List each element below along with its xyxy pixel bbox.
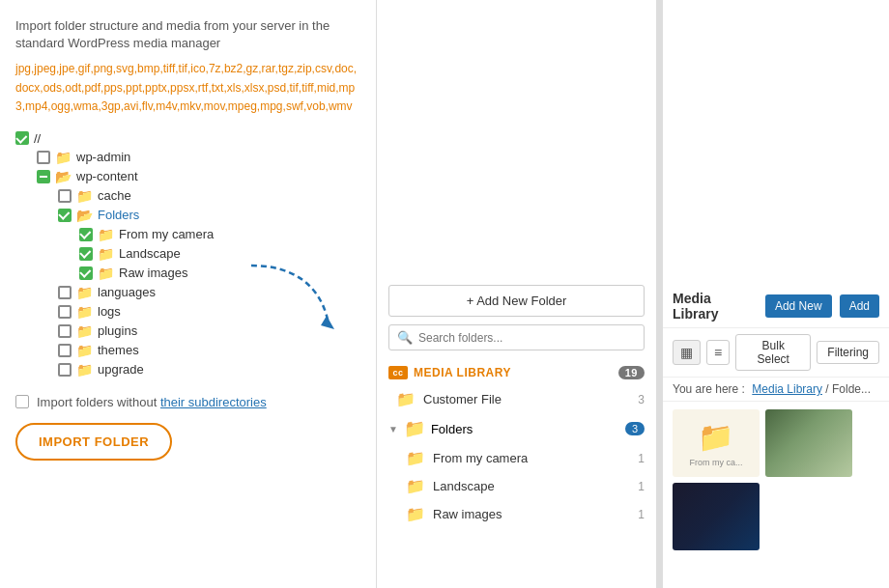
- folder-row-from-camera-mid[interactable]: 📁 From my camera 1: [387, 444, 656, 472]
- tree-item-raw-images: 📁 Raw images: [79, 264, 360, 283]
- media-library-label: MEDIA LIBRARY: [414, 366, 511, 379]
- toolbar-row: ▦ ≡ Bulk Select Filtering: [663, 328, 889, 378]
- tree-item-logs: 📁 logs: [58, 302, 360, 322]
- list-view-icon: ≡: [714, 345, 722, 360]
- folders-count-badge: 3: [625, 422, 645, 435]
- no-subdir-label: Import folders without their subdirector…: [37, 395, 267, 409]
- checkbox-folders[interactable]: [58, 209, 72, 222]
- tree-label-wp-content: wp-content: [76, 169, 138, 183]
- search-box: 🔍: [388, 324, 645, 350]
- folder-icon-cache: 📁: [76, 188, 93, 204]
- folder-icon-plugins: 📁: [76, 323, 93, 339]
- folder-icon-from-camera-mid: 📁: [406, 449, 425, 467]
- checkbox-cache[interactable]: [58, 189, 72, 203]
- list-view-button[interactable]: ≡: [706, 340, 730, 365]
- checkbox-languages[interactable]: [58, 286, 72, 299]
- tree-label-landscape: Landscape: [119, 246, 181, 261]
- right-panel: Media Library Add New Add ▦ ≡ Bulk Selec…: [663, 0, 889, 588]
- tree-item-plugins: 📁 plugins: [58, 322, 360, 341]
- folder-expand-row-folders[interactable]: ▼ 📁 Folders 3: [377, 413, 656, 444]
- tree-label-root: //: [34, 131, 41, 146]
- tree-item-from-camera: 📁 From my camera: [79, 225, 360, 244]
- middle-panel: + Add New Folder 🔍 cc MEDIA LIBRARY 19 📁…: [377, 0, 657, 588]
- no-subdir-row: Import folders without their subdirector…: [15, 395, 360, 409]
- media-library-count: 19: [618, 366, 645, 379]
- folder-thumb-label: From my ca...: [689, 458, 742, 467]
- checkbox-landscape[interactable]: [79, 247, 93, 261]
- folder-icon-languages: 📁: [76, 285, 93, 300]
- no-subdir-checkbox[interactable]: [15, 395, 29, 408]
- grid-view-button[interactable]: ▦: [673, 340, 701, 365]
- filtering-button[interactable]: Filtering: [817, 341, 879, 364]
- cc-icon: cc: [388, 366, 408, 379]
- sub-folder-rows: 📁 From my camera 1 📁 Landscape 1 📁 Raw i…: [387, 444, 656, 528]
- search-folders-input[interactable]: [418, 331, 636, 345]
- grid-view-icon: ▦: [680, 345, 693, 360]
- tree-label-themes: themes: [98, 343, 139, 357]
- breadcrumb-media-link[interactable]: Media Library: [752, 382, 822, 396]
- description-text: Import folder structure and media from y…: [15, 17, 360, 52]
- folder-icon-from-camera: 📁: [98, 227, 114, 242]
- file-types-text: jpg,jpeg,jpe,gif,png,svg,bmp,tiff,tif,ic…: [15, 60, 360, 116]
- import-folder-button[interactable]: IMPORT FOLDER: [15, 423, 172, 461]
- bottom-section: Import folders without their subdirector…: [15, 395, 360, 461]
- breadcrumb: You are here : Media Library / Folde...: [663, 378, 889, 402]
- checkbox-root[interactable]: [15, 131, 29, 145]
- folder-icon-landscape-mid: 📁: [406, 477, 425, 495]
- media-lib-title: Media Library: [673, 291, 758, 322]
- folder-icon-folders: 📂: [76, 208, 93, 223]
- folders-mid-label: Folders: [431, 422, 473, 436]
- folder-icon-folders-mid: 📁: [404, 418, 425, 439]
- tree-item-wp-admin: 📁 wp-admin: [37, 148, 360, 167]
- folder-row-customer-file[interactable]: 📁 Customer File 3: [377, 385, 656, 413]
- tree-label-languages: languages: [98, 285, 156, 299]
- folder-icon-logs: 📁: [76, 304, 93, 320]
- folder-icon-themes: 📁: [76, 343, 93, 358]
- checkbox-themes[interactable]: [58, 344, 72, 357]
- folder-row-raw-images-mid[interactable]: 📁 Raw images 1: [387, 500, 656, 528]
- tree-item-upgrade: 📁 upgrade: [58, 360, 360, 379]
- checkbox-upgrade[interactable]: [58, 363, 72, 377]
- tree-label-logs: logs: [98, 304, 121, 319]
- raw-images-mid-label: Raw images: [433, 507, 630, 521]
- breadcrumb-separator: /: [825, 382, 832, 396]
- tree-label-raw-images: Raw images: [119, 266, 188, 280]
- breadcrumb-prefix: You are here :: [673, 382, 745, 396]
- from-camera-mid-count: 1: [638, 452, 645, 465]
- media-library-header-right: Media Library Add New Add: [663, 285, 889, 328]
- folder-icon-raw-images: 📁: [98, 266, 114, 281]
- raw-images-mid-count: 1: [638, 508, 645, 521]
- tree-item-folders: 📂 Folders: [58, 206, 360, 225]
- media-thumbnail-carnival[interactable]: [673, 483, 760, 550]
- tree-label-wp-admin: wp-admin: [76, 150, 130, 164]
- folder-icon-upgrade: 📁: [76, 362, 93, 378]
- add-new-button[interactable]: Add New: [765, 294, 832, 318]
- checkbox-plugins[interactable]: [58, 324, 72, 338]
- tree-label-folders: Folders: [98, 208, 139, 222]
- add-button[interactable]: Add: [840, 294, 879, 318]
- folder-thumbnail-from-camera[interactable]: 📁 From my ca...: [673, 409, 760, 477]
- media-thumbnail-landscape[interactable]: [765, 409, 852, 477]
- search-icon: 🔍: [397, 330, 413, 345]
- tree-label-plugins: plugins: [98, 323, 137, 338]
- bulk-select-button[interactable]: Bulk Select: [735, 334, 811, 371]
- checkbox-raw-images[interactable]: [79, 266, 93, 280]
- left-panel: Import folder structure and media from y…: [0, 0, 377, 588]
- tree-item-landscape: 📁 Landscape: [79, 244, 360, 264]
- tree-item-cache: 📁 cache: [58, 186, 360, 206]
- tree-label-from-camera: From my camera: [119, 227, 214, 241]
- tree-label-upgrade: upgrade: [98, 362, 144, 377]
- no-subdir-link[interactable]: their subdirectories: [160, 395, 267, 409]
- folder-row-landscape-mid[interactable]: 📁 Landscape 1: [387, 472, 656, 500]
- folder-list: cc MEDIA LIBRARY 19 📁 Customer File 3 ▼ …: [377, 360, 656, 588]
- chevron-down-icon: ▼: [388, 424, 398, 434]
- add-new-folder-button[interactable]: + Add New Folder: [388, 285, 645, 317]
- checkbox-wp-admin[interactable]: [37, 151, 50, 164]
- checkbox-wp-content[interactable]: [37, 170, 50, 183]
- tree-item-languages: 📁 languages: [58, 283, 360, 302]
- folder-icon-landscape: 📁: [98, 246, 114, 262]
- checkbox-from-camera[interactable]: [79, 228, 93, 241]
- folder-icon-wp-admin: 📁: [55, 150, 72, 165]
- checkbox-logs[interactable]: [58, 305, 72, 319]
- tree-item-wp-content: 📂 wp-content: [37, 167, 360, 186]
